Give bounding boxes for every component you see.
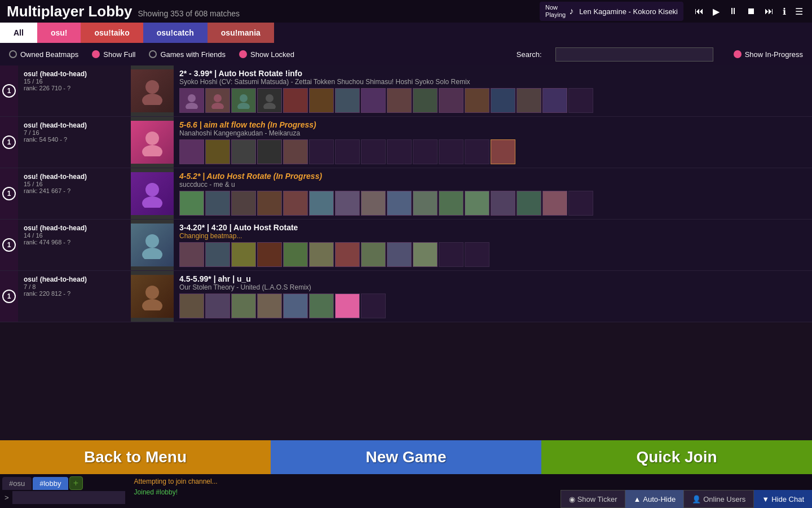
svg-point-2 xyxy=(188,94,196,102)
show-locked-option[interactable]: Show Locked xyxy=(239,50,294,59)
match-avatar xyxy=(131,65,174,116)
svg-point-5 xyxy=(211,103,224,109)
player-slot xyxy=(205,294,230,318)
match-info: osu! (head-to-head) 7 / 16 rank: 54 540 … xyxy=(18,117,131,168)
player-slot xyxy=(439,139,464,164)
player-slot xyxy=(257,242,282,267)
player-slot xyxy=(465,139,489,164)
match-avatar xyxy=(131,271,174,322)
title-section: Multiplayer Lobby Showing 353 of 608 mat… xyxy=(7,3,240,20)
player-slot xyxy=(231,294,256,318)
chat-prompt: > xyxy=(5,493,9,502)
player-slot xyxy=(231,242,256,267)
player-slot xyxy=(517,191,541,216)
ticker-icon: ◉ xyxy=(569,495,575,503)
hide-chat-button[interactable]: ▼ Hide Chat xyxy=(754,490,812,508)
menu-button[interactable]: ☰ xyxy=(793,5,805,18)
chat-tab-osu[interactable]: #osu xyxy=(2,477,32,490)
svg-point-16 xyxy=(145,286,159,299)
prev-button[interactable]: ⏮ xyxy=(692,5,706,17)
player-slot xyxy=(283,242,308,267)
player-slot xyxy=(309,191,334,216)
table-row[interactable]: 1 osu! (head-to-head) 15 / 16 rank: 226 … xyxy=(0,65,812,117)
filter-tab-osu[interactable]: osu! xyxy=(37,23,81,43)
autohide-icon: ▲ xyxy=(633,495,641,503)
player-slot xyxy=(413,139,438,164)
auto-hide-button[interactable]: ▲ Auto-Hide xyxy=(625,490,683,508)
player-slot xyxy=(231,88,256,113)
player-slot xyxy=(205,139,230,164)
table-row[interactable]: 1 osu! (head-to-head) 14 / 16 rank: 474 … xyxy=(0,220,812,271)
player-slot xyxy=(387,88,412,113)
chat-tab-lobby[interactable]: #lobby xyxy=(33,477,68,490)
player-slot xyxy=(491,88,515,113)
player-slot xyxy=(335,242,360,267)
chat-message: Attempting to join channel... xyxy=(134,476,807,487)
filter-tab-catch[interactable]: osu!catch xyxy=(143,23,208,43)
next-button[interactable]: ⏭ xyxy=(762,5,776,17)
player-slot xyxy=(361,88,386,113)
player-slot xyxy=(491,139,515,164)
show-in-progress-option[interactable]: Show In-Progress xyxy=(734,50,803,59)
stop-button[interactable]: ⏹ xyxy=(744,5,758,17)
info-button[interactable]: ℹ xyxy=(780,5,788,18)
match-list: 1 osu! (head-to-head) 15 / 16 rank: 226 … xyxy=(0,65,812,474)
now-playing-section: Now Playing ♪ Len Kagamine - Kokoro Kise… xyxy=(540,2,683,21)
svg-point-15 xyxy=(142,248,162,259)
svg-point-1 xyxy=(142,94,162,105)
player-slot xyxy=(205,191,230,216)
search-input[interactable] xyxy=(555,47,713,62)
top-right: Now Playing ♪ Len Kagamine - Kokoro Kise… xyxy=(540,2,805,21)
svg-point-12 xyxy=(145,183,159,196)
player-slot xyxy=(309,294,334,318)
player-slot xyxy=(205,242,230,267)
table-row[interactable]: 1 osu! (head-to-head) 7 / 8 rank: 220 81… xyxy=(0,271,812,322)
match-number: 1 xyxy=(0,271,18,322)
pause-button[interactable]: ⏸ xyxy=(726,5,740,17)
player-slot xyxy=(283,88,308,113)
owned-beatmaps-option[interactable]: Owned Beatmaps xyxy=(9,50,78,59)
svg-point-7 xyxy=(237,103,250,109)
add-channel-button[interactable]: + xyxy=(69,476,83,490)
player-slot xyxy=(413,242,438,267)
player-slot xyxy=(205,88,230,113)
player-slot xyxy=(439,191,464,216)
player-slot xyxy=(335,139,360,164)
svg-point-11 xyxy=(142,145,162,156)
match-info: osu! (head-to-head) 7 / 8 rank: 220 812 … xyxy=(18,271,131,322)
svg-point-3 xyxy=(186,103,198,109)
svg-point-10 xyxy=(145,132,159,145)
match-number: 1 xyxy=(0,168,18,219)
player-slot xyxy=(413,191,438,216)
match-info: osu! (head-to-head) 15 / 16 rank: 226 71… xyxy=(18,65,131,116)
online-users-button[interactable]: 👤 Online Users xyxy=(683,490,754,508)
show-full-label: Show Full xyxy=(103,50,135,59)
filter-tab-taiko[interactable]: osu!taiko xyxy=(81,23,143,43)
players-row xyxy=(179,242,806,267)
show-full-option[interactable]: Show Full xyxy=(92,50,135,59)
games-friends-radio xyxy=(149,50,157,58)
play-button[interactable]: ▶ xyxy=(710,5,722,18)
player-slot xyxy=(542,88,567,113)
quick-join-button[interactable]: Quick Join xyxy=(541,440,812,474)
chat-tabs: #osu #lobby + xyxy=(0,474,130,490)
chat-input[interactable] xyxy=(12,491,125,504)
players-row xyxy=(179,191,806,216)
filter-tab-all[interactable]: All xyxy=(0,23,37,43)
player-slot xyxy=(179,242,204,267)
back-to-menu-button[interactable]: Back to Menu xyxy=(0,440,271,474)
table-row[interactable]: 1 osu! (head-to-head) 15 / 16 rank: 241 … xyxy=(0,168,812,220)
page-title: Multiplayer Lobby xyxy=(7,3,132,20)
games-friends-option[interactable]: Games with Friends xyxy=(149,50,226,59)
match-avatar xyxy=(131,220,174,270)
filter-tab-mania[interactable]: osu!mania xyxy=(208,23,274,43)
player-slot xyxy=(283,191,308,216)
player-slot xyxy=(439,88,464,113)
match-details: 2* - 3.99* | Auto Host Rotate !info Syok… xyxy=(174,65,812,116)
show-ticker-button[interactable]: ◉ Show Ticker xyxy=(561,490,626,508)
svg-point-17 xyxy=(142,299,162,310)
new-game-button[interactable]: New Game xyxy=(271,440,541,474)
table-row[interactable]: 1 osu! (head-to-head) 7 / 16 rank: 54 54… xyxy=(0,117,812,168)
player-slot xyxy=(568,191,593,216)
player-slot xyxy=(361,294,386,318)
